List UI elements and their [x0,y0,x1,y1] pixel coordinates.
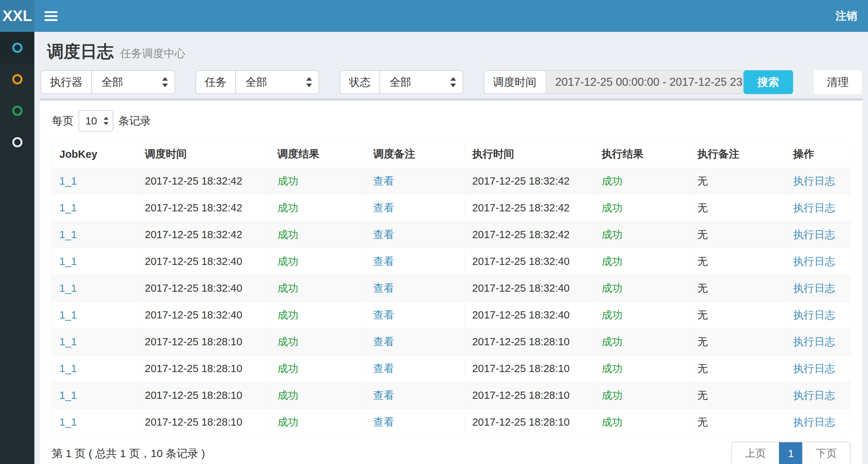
sidebar-item-3[interactable] [0,95,34,126]
trigger-msg-link[interactable]: 查看 [373,256,394,267]
log-panel: 每页 10 条记录 JobKey 调度时间 调度结果 调度备注 执行时间 [40,98,863,464]
jobkey-link[interactable]: 1_1 [59,336,77,347]
handle-time: 2017-12-25 18:28:10 [472,389,569,401]
trigger-time: 2017-12-25 18:32:40 [145,309,242,321]
jobkey-link[interactable]: 1_1 [59,202,77,214]
trigger-msg-link[interactable]: 查看 [373,363,394,374]
handle-time: 2017-12-25 18:32:40 [472,282,569,294]
table-row: 1_12017-12-25 18:32:40成功查看2017-12-25 18:… [52,275,851,302]
trigger-msg-link[interactable]: 查看 [373,202,394,214]
jobkey-link[interactable]: 1_1 [59,175,77,187]
jobkey-link[interactable]: 1_1 [59,309,77,321]
trigger-msg-link[interactable]: 查看 [373,336,394,347]
clear-button[interactable]: 清理 [814,70,862,94]
job-select[interactable]: 全部 [235,70,319,94]
trigger-time: 2017-12-25 18:28:10 [145,363,242,374]
trigger-msg-link[interactable]: 查看 [373,416,394,428]
handle-result: 成功 [602,202,623,214]
page-size-select[interactable]: 10 [79,110,113,132]
column-header-handle-result: 执行结果 [594,141,690,168]
column-header-trigger-msg: 调度备注 [366,141,465,168]
trigger-time: 2017-12-25 18:28:10 [145,336,242,347]
trigger-result: 成功 [277,282,298,294]
time-filter-group: 调度时间 [484,70,743,94]
handle-result: 成功 [602,363,623,374]
execution-log-link[interactable]: 执行日志 [793,309,835,321]
execution-log-link[interactable]: 执行日志 [793,416,835,428]
page-size-control: 每页 10 条记录 [52,110,851,132]
handle-msg: 无 [698,229,708,240]
execution-log-link[interactable]: 执行日志 [793,202,835,214]
trigger-result: 成功 [277,389,298,401]
handle-result: 成功 [602,282,623,294]
main-content: 调度日志 任务调度中心 执行器 全部 任务 全部 状态 全部 [34,32,868,464]
status-select-value: 全部 [389,75,411,90]
trigger-msg-link[interactable]: 查看 [373,229,394,240]
executor-select[interactable]: 全部 [91,70,175,94]
handle-msg: 无 [698,363,708,374]
trigger-msg-link[interactable]: 查看 [373,282,394,294]
execution-log-link[interactable]: 执行日志 [793,282,835,294]
content-header: 调度日志 任务调度中心 [34,32,868,70]
search-button[interactable]: 搜索 [743,70,793,94]
execution-log-link[interactable]: 执行日志 [793,336,835,347]
jobkey-link[interactable]: 1_1 [59,256,77,267]
select-caret-icon [162,76,168,88]
filter-toolbar: 执行器 全部 任务 全部 状态 全部 调度时间 搜索 [41,70,862,94]
handle-msg: 无 [698,336,708,347]
handle-time: 2017-12-25 18:32:40 [472,256,569,267]
table-row: 1_12017-12-25 18:28:10成功查看2017-12-25 18:… [52,409,851,436]
table-row: 1_12017-12-25 18:28:10成功查看2017-12-25 18:… [52,355,851,382]
jobkey-link[interactable]: 1_1 [59,229,77,240]
handle-msg: 无 [698,282,708,294]
circle-icon [12,106,22,116]
handle-msg: 无 [698,389,708,401]
current-page-button[interactable]: 1 [779,442,802,464]
trigger-time: 2017-12-25 18:32:42 [145,175,242,187]
column-header-action: 操作 [786,141,851,168]
executor-filter-label: 执行器 [41,70,91,94]
execution-log-link[interactable]: 执行日志 [793,256,835,267]
logout-link[interactable]: 注销 [835,9,857,24]
sidebar-item-1[interactable] [0,32,34,63]
trigger-result: 成功 [277,229,298,240]
handle-time: 2017-12-25 18:32:40 [472,309,569,321]
trigger-msg-link[interactable]: 查看 [373,309,394,321]
sidebar-item-4[interactable] [0,126,34,158]
select-caret-icon [104,116,108,126]
handle-result: 成功 [602,229,623,240]
status-select[interactable]: 全部 [379,70,463,94]
jobkey-link[interactable]: 1_1 [59,416,77,428]
trigger-time: 2017-12-25 18:32:40 [145,256,242,267]
column-header-handle-time: 执行时间 [465,141,594,168]
trigger-msg-link[interactable]: 查看 [373,175,394,187]
trigger-msg-link[interactable]: 查看 [373,389,394,401]
handle-result: 成功 [602,336,623,347]
next-page-button[interactable]: 下页 [802,442,850,464]
sidebar-item-2[interactable] [0,63,34,95]
table-row: 1_12017-12-25 18:32:42成功查看2017-12-25 18:… [52,195,851,222]
jobkey-link[interactable]: 1_1 [59,363,77,374]
log-table: JobKey 调度时间 调度结果 调度备注 执行时间 执行结果 执行备注 操作 … [52,140,851,436]
handle-msg: 无 [698,202,708,214]
pagination: 上页 1 下页 [731,442,851,464]
circle-icon [12,137,22,147]
execution-log-link[interactable]: 执行日志 [793,229,835,240]
execution-log-link[interactable]: 执行日志 [793,175,835,187]
page-subtitle: 任务调度中心 [120,47,185,59]
sidebar-toggle-icon[interactable] [45,9,58,23]
jobkey-link[interactable]: 1_1 [59,282,77,294]
column-header-handle-msg: 执行备注 [690,141,786,168]
execution-log-link[interactable]: 执行日志 [793,389,835,401]
page-title: 调度日志 [47,41,114,63]
handle-time: 2017-12-25 18:32:42 [472,229,569,240]
time-range-input[interactable] [545,70,743,94]
handle-result: 成功 [602,416,623,428]
jobkey-link[interactable]: 1_1 [59,389,77,401]
prev-page-button[interactable]: 上页 [732,442,779,464]
column-header-trigger-result: 调度结果 [270,141,366,168]
trigger-result: 成功 [277,309,298,321]
page-size-value: 10 [85,115,97,127]
execution-log-link[interactable]: 执行日志 [793,363,835,374]
handle-result: 成功 [602,256,623,267]
